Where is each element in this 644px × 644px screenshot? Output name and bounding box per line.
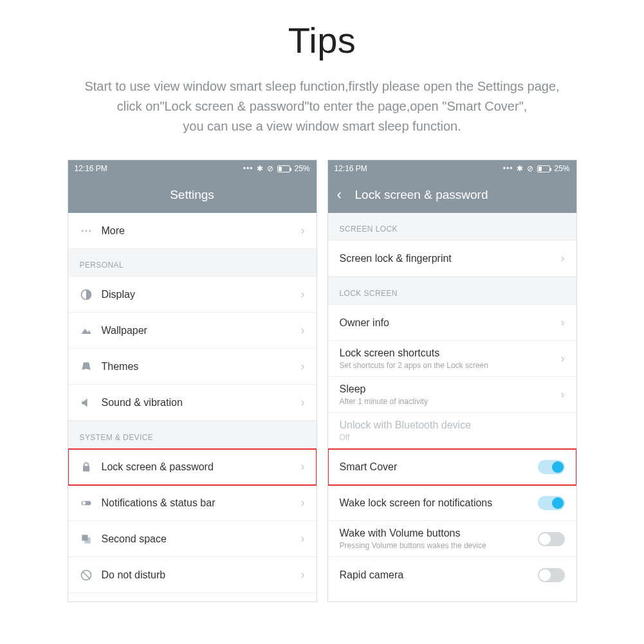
- row-label: Sound & vibration: [102, 397, 301, 409]
- row-wake-volume[interactable]: Wake with Volume buttons Pressing Volume…: [328, 521, 576, 557]
- section-personal: PERSONAL: [68, 249, 317, 277]
- intro-line: click on"Lock screen & password"to enter…: [0, 97, 644, 116]
- dnd-icon: ⊘: [267, 164, 273, 173]
- status-icons: ••• ✱ ⊘ 25%: [503, 164, 570, 173]
- row-label: Display: [102, 289, 301, 300]
- row-lock-screen-password[interactable]: Lock screen & password ›: [68, 449, 317, 485]
- row-label: Second space: [102, 533, 301, 545]
- titlebar-lockscreen: ‹ Lock screen & password: [328, 177, 576, 213]
- row-sublabel: Set shortcuts for 2 apps on the Lock scr…: [340, 361, 561, 370]
- chevron-right-icon: ›: [301, 224, 305, 237]
- dnd-icon: ⊘: [527, 164, 533, 173]
- row-lock-shortcuts[interactable]: Lock screen shortcuts Set shortcuts for …: [328, 341, 576, 377]
- bluetooth-icon: ✱: [517, 164, 523, 173]
- row-label: Rapid camera: [340, 569, 538, 581]
- row-label: More: [102, 225, 301, 237]
- row-sublabel: Pressing Volume buttons wakes the device: [340, 541, 538, 550]
- row-label: Notifications & status bar: [102, 497, 301, 509]
- themes-icon: [80, 360, 102, 373]
- wallpaper-icon: [80, 324, 102, 337]
- status-time: 12:16 PM: [335, 164, 367, 173]
- row-sublabel: Off: [340, 433, 565, 442]
- more-dots-icon: [80, 225, 102, 237]
- row-display[interactable]: Display ›: [68, 277, 317, 313]
- settings-list[interactable]: More › PERSONAL Display › Wallpaper ›: [68, 213, 317, 602]
- dnd-icon: [80, 569, 102, 582]
- chevron-right-icon: ›: [301, 396, 305, 409]
- row-wallpaper[interactable]: Wallpaper ›: [68, 313, 317, 349]
- toggle-wake-volume[interactable]: [538, 532, 565, 546]
- status-bar: 12:16 PM ••• ✱ ⊘ 25%: [68, 160, 317, 177]
- screenshot-lockscreen: 12:16 PM ••• ✱ ⊘ 25% ‹ Lock screen & pas…: [327, 160, 577, 602]
- row-label: Wake with Volume buttons: [340, 528, 538, 539]
- chevron-right-icon: ›: [301, 288, 305, 301]
- row-label: Lock screen shortcuts: [340, 347, 561, 359]
- row-sleep[interactable]: Sleep After 1 minute of inactivity ›: [328, 377, 576, 413]
- chevron-right-icon: ›: [301, 460, 305, 474]
- more-icon: •••: [503, 164, 513, 173]
- row-battery[interactable]: Battery & performance ›: [68, 593, 317, 602]
- row-label: Do not disturb: [102, 569, 301, 581]
- battery-icon: [277, 165, 290, 172]
- toggle-wake-notifications[interactable]: [538, 496, 565, 510]
- intro-line: you can use a view window smart sleep fu…: [0, 116, 644, 136]
- chevron-right-icon: ›: [301, 324, 305, 337]
- toggle-smart-cover[interactable]: [538, 460, 565, 474]
- chevron-right-icon: ›: [301, 532, 305, 546]
- svg-point-1: [85, 230, 87, 232]
- chevron-right-icon: ›: [561, 252, 565, 265]
- row-label: Themes: [102, 361, 301, 373]
- back-icon[interactable]: ‹: [337, 188, 342, 202]
- intro-line: Start to use view window smart sleep fun…: [0, 77, 644, 97]
- battery-icon: [537, 165, 550, 172]
- row-label: Screen lock & fingerprint: [340, 253, 561, 264]
- row-sound[interactable]: Sound & vibration ›: [68, 385, 317, 421]
- chevron-right-icon: ›: [561, 388, 565, 401]
- svg-point-0: [81, 230, 83, 232]
- status-time: 12:16 PM: [75, 164, 107, 173]
- toggle-rapid-camera[interactable]: [538, 568, 565, 582]
- svg-point-2: [89, 230, 91, 232]
- row-notifications[interactable]: Notifications & status bar ›: [68, 485, 317, 521]
- section-lock-screen: LOCK SCREEN: [328, 277, 576, 305]
- row-screen-lock-fingerprint[interactable]: Screen lock & fingerprint ›: [328, 241, 576, 277]
- row-themes[interactable]: Themes ›: [68, 349, 317, 385]
- titlebar-label: Settings: [170, 188, 214, 202]
- screenshot-settings: 12:16 PM ••• ✱ ⊘ 25% Settings More › PER…: [68, 160, 317, 602]
- page-title: Tips: [0, 19, 644, 61]
- row-second-space[interactable]: Second space ›: [68, 521, 317, 557]
- row-owner-info[interactable]: Owner info ›: [328, 305, 576, 341]
- row-unlock-bluetooth: Unlock with Bluetooth device Off: [328, 413, 576, 449]
- row-do-not-disturb[interactable]: Do not disturb ›: [68, 557, 317, 593]
- lock-icon: [80, 461, 102, 474]
- sound-icon: [80, 396, 102, 409]
- chevron-right-icon: ›: [301, 360, 305, 373]
- section-system: SYSTEM & DEVICE: [68, 421, 317, 449]
- row-label: Smart Cover: [340, 461, 538, 473]
- second-space-icon: [80, 533, 102, 546]
- row-wake-notifications[interactable]: Wake lock screen for notifications: [328, 485, 576, 521]
- chevron-right-icon: ›: [561, 316, 565, 329]
- battery-percent: 25%: [554, 164, 569, 173]
- svg-rect-7: [84, 537, 90, 543]
- row-more[interactable]: More ›: [68, 213, 317, 249]
- chevron-right-icon: ›: [301, 568, 305, 582]
- row-label: Wake lock screen for notifications: [340, 497, 538, 509]
- lockscreen-list[interactable]: SCREEN LOCK Screen lock & fingerprint › …: [328, 213, 576, 602]
- bluetooth-icon: ✱: [257, 164, 263, 173]
- section-screen-lock: SCREEN LOCK: [328, 213, 576, 241]
- status-icons: ••• ✱ ⊘ 25%: [243, 164, 310, 173]
- svg-point-5: [82, 501, 86, 504]
- row-sublabel: After 1 minute of inactivity: [340, 397, 561, 406]
- row-label: Unlock with Bluetooth device: [340, 419, 565, 431]
- notifications-icon: [80, 497, 102, 510]
- row-label: Lock screen & password: [102, 461, 301, 473]
- intro-text: Start to use view window smart sleep fun…: [0, 77, 644, 136]
- more-icon: •••: [243, 164, 253, 173]
- battery-percent: 25%: [294, 164, 309, 173]
- row-rapid-camera[interactable]: Rapid camera: [328, 557, 576, 593]
- row-label: Sleep: [340, 383, 561, 395]
- row-smart-cover[interactable]: Smart Cover: [328, 449, 576, 485]
- row-label: Owner info: [340, 317, 561, 329]
- svg-line-9: [83, 572, 89, 578]
